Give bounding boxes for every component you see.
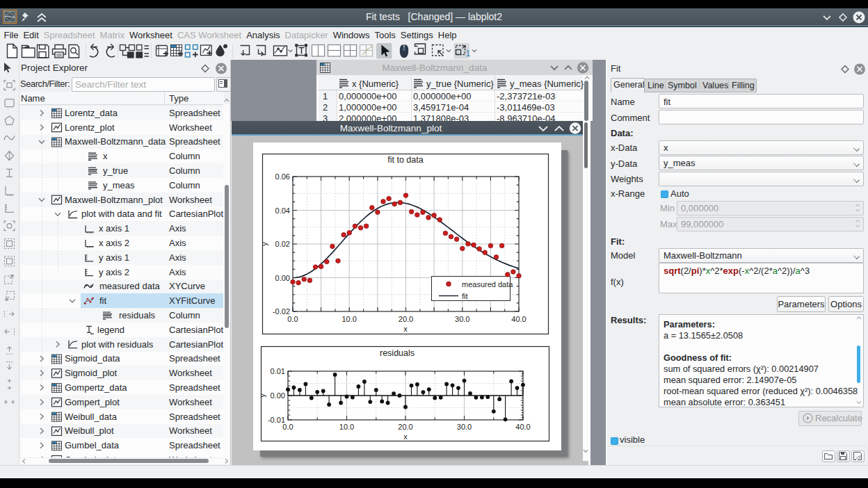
svg-text:40.0: 40.0	[515, 423, 530, 431]
svg-text:20.0: 20.0	[399, 315, 413, 323]
svg-text:30.0: 30.0	[457, 423, 472, 431]
svg-text:fit: fit	[462, 292, 468, 300]
svg-text:0.0: 0.0	[287, 315, 298, 323]
svg-text:0.02: 0.02	[275, 240, 290, 248]
svg-text:residuals: residuals	[380, 348, 415, 358]
svg-text:y: y	[258, 393, 266, 398]
svg-text:-0.01: -0.01	[268, 416, 285, 424]
svg-text:x: x	[403, 432, 408, 441]
svg-text:fit to data: fit to data	[387, 155, 423, 165]
svg-text:20.0: 20.0	[398, 423, 412, 431]
svg-text:0.04: 0.04	[275, 206, 290, 215]
svg-text:0.01: 0.01	[271, 367, 285, 375]
svg-text:10.0: 10.0	[339, 423, 354, 431]
svg-text:y: y	[260, 242, 268, 246]
svg-text:30.0: 30.0	[455, 315, 469, 323]
svg-text:1: 1	[466, 49, 471, 58]
svg-text:0.06: 0.06	[275, 172, 290, 181]
svg-text:-0.02: -0.02	[273, 307, 290, 316]
svg-text:0.00: 0.00	[271, 391, 285, 400]
svg-text:10.0: 10.0	[341, 315, 356, 323]
svg-text:40.0: 40.0	[511, 315, 526, 323]
svg-text:0.00: 0.00	[275, 274, 290, 282]
svg-text:x: x	[403, 325, 408, 333]
svg-text:measured data: measured data	[462, 280, 513, 288]
